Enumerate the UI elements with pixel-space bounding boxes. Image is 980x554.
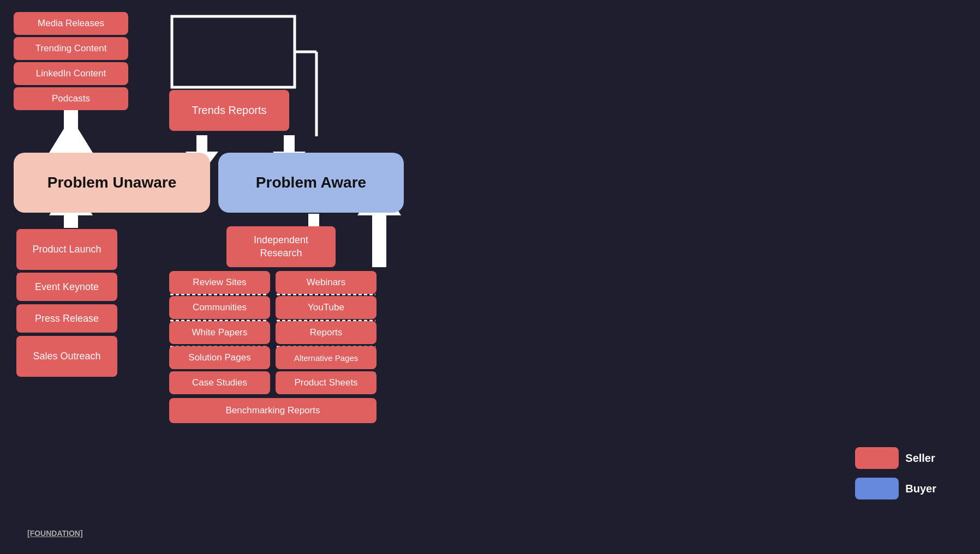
problem-aware-box: Problem Aware xyxy=(218,153,404,213)
review-sites-pill: Review Sites xyxy=(169,271,270,294)
legend: Seller Buyer xyxy=(855,447,936,499)
case-studies-pill: Case Studies xyxy=(169,371,270,394)
problem-unaware-box: Problem Unaware xyxy=(14,153,210,213)
webinars-pill: Webinars xyxy=(276,271,377,294)
youtube-pill: YouTube xyxy=(276,296,377,319)
svg-marker-15 xyxy=(49,117,93,153)
alternative-pages-pill: Alternative Pages xyxy=(276,346,377,369)
trends-reports-pill: Trends Reports xyxy=(169,90,289,131)
linkedin-content-pill: LinkedIn Content xyxy=(14,62,128,85)
white-papers-pill: White Papers xyxy=(169,321,270,344)
arrows-svg xyxy=(0,0,980,554)
podcasts-pill: Podcasts xyxy=(14,87,128,110)
foundation-label: [FOUNDATION] xyxy=(27,529,83,538)
svg-rect-7 xyxy=(172,16,295,87)
diagram-container: Media Releases Trending Content LinkedIn… xyxy=(0,0,980,554)
legend-buyer-label: Buyer xyxy=(905,483,936,495)
legend-seller-label: Seller xyxy=(905,452,935,465)
trending-content-pill: Trending Content xyxy=(14,37,128,60)
independent-research-pill: Independent Research xyxy=(226,226,336,267)
product-launch-pill: Product Launch xyxy=(16,229,117,270)
press-release-pill: Press Release xyxy=(16,304,117,333)
product-sheets-pill: Product Sheets xyxy=(276,371,377,394)
benchmarking-reports-pill: Benchmarking Reports xyxy=(169,398,377,423)
legend-buyer-box xyxy=(855,478,899,499)
event-keynote-pill: Event Keynote xyxy=(16,273,117,301)
reports-pill: Reports xyxy=(276,321,377,344)
media-releases-pill: Media Releases xyxy=(14,12,128,35)
legend-buyer: Buyer xyxy=(855,478,936,499)
legend-seller: Seller xyxy=(855,447,936,469)
solution-pages-pill: Solution Pages xyxy=(169,346,270,369)
legend-seller-box xyxy=(855,447,899,469)
sales-outreach-pill: Sales Outreach xyxy=(16,336,117,377)
communities-pill: Communities xyxy=(169,296,270,319)
